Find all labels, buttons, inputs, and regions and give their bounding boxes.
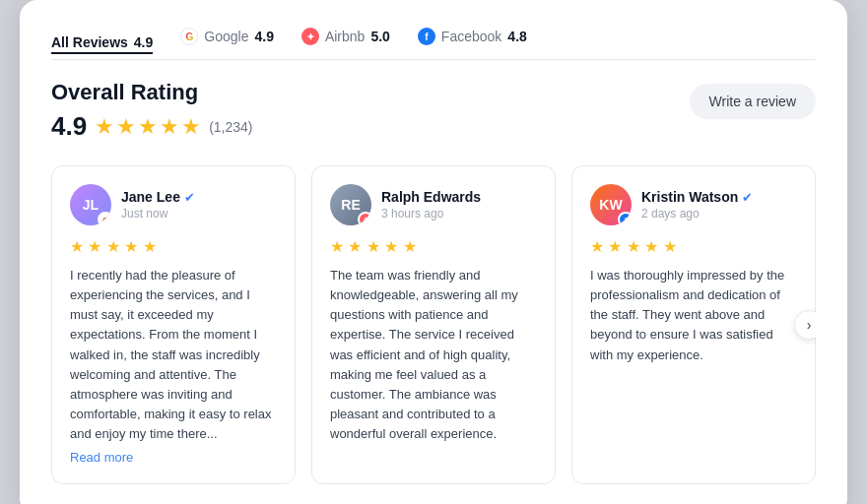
card-star: ★ xyxy=(88,238,101,255)
card-stars-kristin: ★ ★ ★ ★ ★ xyxy=(590,237,797,256)
star-3: ★ xyxy=(138,114,158,140)
tab-google-rating: 4.9 xyxy=(254,29,273,44)
review-count: (1,234) xyxy=(209,119,252,135)
verified-icon-kristin: ✔ xyxy=(742,190,753,205)
review-card-ralph: RE ✦ Ralph Edwards 3 hours ago ★ ★ ★ ★ xyxy=(311,165,556,484)
review-card-kristin: KW f Kristin Watson ✔ 2 days ago ★ ★ ★ xyxy=(571,165,816,484)
review-cards: JL G Jane Lee ✔ Just now ★ xyxy=(51,165,816,484)
review-text-kristin: I was thoroughly impressed by the profes… xyxy=(590,266,797,365)
star-4: ★ xyxy=(160,114,179,140)
card-star: ★ xyxy=(330,238,344,255)
chevron-right-icon: › xyxy=(807,317,812,333)
user-name-row-ralph: Ralph Edwards xyxy=(381,189,537,205)
tab-all-rating: 4.9 xyxy=(134,34,153,50)
user-info-jane: Jane Lee ✔ Just now xyxy=(121,189,277,220)
avatar-kristin: KW f xyxy=(590,184,632,225)
tab-facebook-label: Facebook xyxy=(441,29,501,44)
card-header-ralph: RE ✦ Ralph Edwards 3 hours ago xyxy=(330,184,537,225)
overall-label: Overall Rating xyxy=(51,80,253,105)
card-star: ★ xyxy=(384,238,398,255)
card-header-jane: JL G Jane Lee ✔ Just now xyxy=(70,184,277,225)
overall-section: Overall Rating 4.9 ★ ★ ★ ★ ★ (1,234) xyxy=(51,80,253,142)
tab-google[interactable]: G Google 4.9 xyxy=(180,28,274,45)
star-2: ★ xyxy=(116,114,136,140)
card-star: ★ xyxy=(70,238,84,255)
review-card-jane: JL G Jane Lee ✔ Just now ★ xyxy=(51,165,296,484)
user-name-kristin: Kristin Watson xyxy=(641,189,738,205)
card-star: ★ xyxy=(608,238,622,255)
tab-airbnb[interactable]: ✦ Airbnb 5.0 xyxy=(301,28,390,45)
tab-google-label: Google xyxy=(204,29,248,44)
user-info-ralph: Ralph Edwards 3 hours ago xyxy=(381,189,537,220)
source-badge-kristin: f xyxy=(618,212,632,225)
card-star: ★ xyxy=(143,238,157,255)
time-ago-kristin: 2 days ago xyxy=(641,207,797,220)
card-star: ★ xyxy=(644,238,658,255)
card-stars-ralph: ★ ★ ★ ★ ★ xyxy=(330,237,537,256)
avatar-ralph: RE ✦ xyxy=(330,184,371,225)
tab-all-reviews[interactable]: All Reviews 4.9 xyxy=(51,34,153,54)
verified-icon-jane: ✔ xyxy=(184,190,195,205)
tab-all-label: All Reviews xyxy=(51,34,128,50)
review-text-jane: I recently had the pleasure of experienc… xyxy=(70,266,277,444)
card-star: ★ xyxy=(590,238,604,255)
tab-airbnb-rating: 5.0 xyxy=(370,29,389,44)
source-badge-ralph: ✦ xyxy=(358,212,371,225)
time-ago-ralph: 3 hours ago xyxy=(381,207,537,220)
header-row: Overall Rating 4.9 ★ ★ ★ ★ ★ (1,234) Wri… xyxy=(51,80,816,142)
card-star: ★ xyxy=(627,238,640,255)
card-stars-jane: ★ ★ ★ ★ ★ xyxy=(70,237,277,256)
avatar-jane: JL G xyxy=(70,184,111,225)
google-icon: G xyxy=(180,28,198,45)
rating-row: 4.9 ★ ★ ★ ★ ★ (1,234) xyxy=(51,111,253,142)
reviews-widget: All Reviews 4.9 G Google 4.9 ✦ Airbnb 5.… xyxy=(20,0,847,504)
overall-stars: ★ ★ ★ ★ ★ xyxy=(95,114,201,140)
star-5: ★ xyxy=(181,114,201,140)
tab-facebook[interactable]: f Facebook 4.8 xyxy=(418,28,527,45)
next-arrow-button[interactable]: › xyxy=(794,310,816,340)
review-text-ralph: The team was friendly and knowledgeable,… xyxy=(330,266,537,444)
user-name-jane: Jane Lee xyxy=(121,189,180,205)
card-star: ★ xyxy=(348,238,362,255)
cards-wrapper: JL G Jane Lee ✔ Just now ★ xyxy=(51,165,816,484)
tabs-bar: All Reviews 4.9 G Google 4.9 ✦ Airbnb 5.… xyxy=(51,28,816,60)
star-1: ★ xyxy=(95,114,114,140)
card-star: ★ xyxy=(367,238,380,255)
write-review-button[interactable]: Write a review xyxy=(690,84,816,119)
user-name-row-jane: Jane Lee ✔ xyxy=(121,189,277,205)
airbnb-icon: ✦ xyxy=(301,28,319,45)
card-header-kristin: KW f Kristin Watson ✔ 2 days ago xyxy=(590,184,797,225)
read-more-jane[interactable]: Read more xyxy=(70,450,133,465)
card-star: ★ xyxy=(663,238,677,255)
tab-facebook-rating: 4.8 xyxy=(507,29,526,44)
tab-airbnb-label: Airbnb xyxy=(325,29,365,44)
user-name-row-kristin: Kristin Watson ✔ xyxy=(641,189,797,205)
card-star: ★ xyxy=(106,238,120,255)
card-star: ★ xyxy=(124,238,138,255)
user-name-ralph: Ralph Edwards xyxy=(381,189,481,205)
time-ago-jane: Just now xyxy=(121,207,277,220)
overall-rating: 4.9 xyxy=(51,111,87,142)
user-info-kristin: Kristin Watson ✔ 2 days ago xyxy=(641,189,797,220)
card-star: ★ xyxy=(403,238,417,255)
source-badge-jane: G xyxy=(98,212,111,225)
facebook-icon: f xyxy=(418,28,435,45)
